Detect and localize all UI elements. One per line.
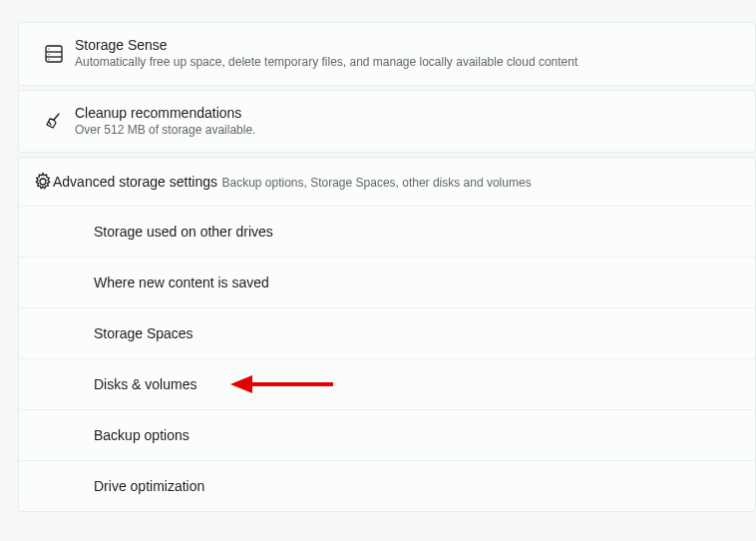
gear-icon [33, 172, 53, 192]
storage-sense-title: Storage Sense [75, 37, 577, 53]
storage-sense-card[interactable]: Storage Sense Automatically free up spac… [18, 22, 756, 86]
sub-item-label: Drive optimization [94, 478, 204, 494]
advanced-subtitle: Backup options, Storage Spaces, other di… [221, 176, 531, 190]
svg-line-7 [49, 122, 51, 125]
storage-sense-subtitle: Automatically free up space, delete temp… [75, 55, 577, 71]
advanced-storage-header[interactable]: Advanced storage settings Backup options… [19, 158, 755, 206]
disk-icon [33, 44, 75, 64]
sub-item-backup-options[interactable]: Backup options [19, 409, 755, 460]
sub-item-where-new-content-saved[interactable]: Where new content is saved [19, 257, 755, 307]
sub-item-label: Backup options [94, 427, 189, 443]
svg-point-3 [48, 48, 49, 49]
cleanup-title: Cleanup recommendations [75, 105, 255, 121]
cleanup-subtitle: Over 512 MB of storage available. [75, 123, 255, 139]
svg-line-6 [54, 114, 59, 120]
sub-item-label: Disks & volumes [94, 376, 196, 392]
sub-item-label: Storage used on other drives [94, 224, 273, 240]
sub-item-storage-spaces[interactable]: Storage Spaces [19, 307, 755, 358]
annotation-arrow-icon [228, 370, 338, 398]
broom-icon [33, 111, 75, 131]
sub-item-label: Storage Spaces [94, 325, 193, 341]
sub-item-drive-optimization[interactable]: Drive optimization [19, 460, 755, 511]
svg-rect-0 [46, 46, 62, 62]
cleanup-recommendations-card[interactable]: Cleanup recommendations Over 512 MB of s… [18, 90, 756, 154]
svg-marker-10 [230, 375, 252, 393]
svg-point-4 [48, 54, 49, 55]
sub-item-storage-used-other-drives[interactable]: Storage used on other drives [19, 207, 755, 257]
advanced-title: Advanced storage settings [53, 174, 217, 190]
advanced-storage-expander: Advanced storage settings Backup options… [18, 157, 756, 512]
sub-item-disks-volumes[interactable]: Disks & volumes [19, 358, 755, 409]
storage-settings-page: Storage Sense Automatically free up spac… [0, 22, 756, 512]
sub-item-label: Where new content is saved [94, 274, 269, 290]
svg-point-8 [40, 179, 46, 185]
svg-point-5 [48, 59, 49, 60]
advanced-sub-list: Storage used on other drives Where new c… [19, 206, 755, 511]
